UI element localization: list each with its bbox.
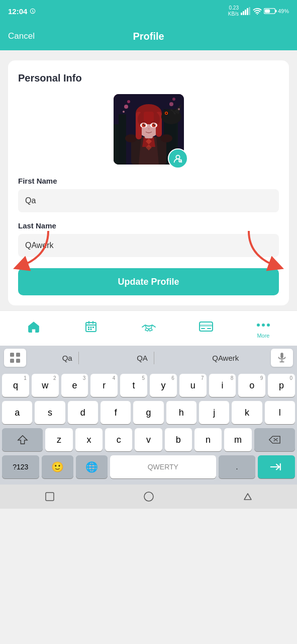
svg-rect-1 [241, 13, 242, 15]
cancel-button[interactable]: Cancel [8, 31, 35, 41]
svg-rect-61 [201, 328, 205, 329]
first-name-input[interactable] [18, 189, 279, 212]
key-s[interactable]: s [35, 401, 65, 424]
last-name-input[interactable] [18, 234, 279, 257]
recents-button[interactable] [238, 487, 258, 507]
svg-point-42 [162, 110, 174, 119]
key-n[interactable]: n [194, 428, 222, 451]
svg-rect-54 [88, 327, 89, 328]
svg-rect-68 [10, 359, 14, 363]
svg-rect-70 [280, 353, 283, 358]
key-h[interactable]: h [166, 401, 196, 424]
system-navigation [0, 485, 297, 509]
key-l[interactable]: l [265, 401, 295, 424]
suggest-word-1[interactable]: Qa [56, 352, 79, 364]
key-c[interactable]: c [105, 428, 132, 451]
keyboard-row-4: ?123 🙂 🌐 QWERTY . [2, 455, 295, 478]
key-t[interactable]: t5 [120, 374, 147, 397]
key-j[interactable]: j [199, 401, 229, 424]
key-o[interactable]: o9 [238, 374, 265, 397]
nav-calendar[interactable] [62, 320, 120, 337]
svg-rect-75 [46, 493, 54, 501]
nav-home[interactable] [5, 320, 62, 337]
app-header: Cancel Profile [0, 22, 297, 50]
key-e[interactable]: e3 [61, 374, 88, 397]
nav-more[interactable]: More [235, 318, 292, 339]
first-name-label: First Name [18, 177, 279, 185]
svg-point-50 [178, 108, 180, 110]
card-icon [199, 321, 213, 335]
num-switch-key[interactable]: ?123 [2, 455, 39, 478]
svg-rect-57 [88, 329, 89, 330]
status-bar: 12:04 0.23KB/s 49% [0, 0, 297, 22]
svg-rect-67 [16, 353, 20, 357]
key-r[interactable]: r4 [90, 374, 118, 397]
svg-point-49 [123, 111, 125, 113]
svg-point-46 [127, 100, 130, 103]
key-m[interactable]: m [224, 428, 251, 451]
key-q[interactable]: q1 [2, 374, 29, 397]
nav-card[interactable] [177, 321, 235, 336]
back-button[interactable] [40, 487, 60, 507]
svg-point-6 [257, 14, 258, 15]
more-label: More [257, 333, 269, 339]
key-f[interactable]: f [101, 401, 131, 424]
battery-icon: 49% [264, 8, 289, 15]
emoji-key[interactable]: 🙂 [42, 455, 73, 478]
svg-rect-30 [144, 112, 154, 124]
key-k[interactable]: k [232, 401, 262, 424]
svg-rect-60 [200, 325, 213, 327]
svg-point-51 [176, 155, 179, 159]
suggest-word-3[interactable]: QAwerk [206, 352, 245, 364]
section-title: Personal Info [18, 72, 279, 84]
key-a[interactable]: a [2, 401, 32, 424]
globe-key[interactable]: 🌐 [76, 455, 108, 478]
key-y[interactable]: y6 [150, 374, 177, 397]
svg-rect-58 [90, 329, 92, 330]
key-d[interactable]: d [68, 401, 98, 424]
svg-point-76 [144, 492, 153, 501]
key-p[interactable]: p0 [268, 374, 295, 397]
svg-rect-69 [16, 359, 20, 363]
suggest-words-container: Qa QA QAwerk [30, 352, 271, 364]
suggest-word-2[interactable]: QA [131, 352, 154, 364]
svg-point-63 [257, 324, 260, 327]
key-z[interactable]: z [45, 428, 72, 451]
space-key[interactable]: QWERTY [110, 455, 216, 478]
key-g[interactable]: g [133, 401, 163, 424]
svg-point-48 [172, 98, 175, 101]
svg-point-21 [125, 134, 137, 142]
bottom-navigation: More [0, 310, 297, 346]
svg-rect-4 [247, 8, 248, 15]
svg-rect-2 [243, 11, 244, 15]
key-i[interactable]: i8 [209, 374, 236, 397]
avatar-wrapper [114, 94, 184, 165]
nav-handshake[interactable] [120, 321, 177, 336]
key-b[interactable]: b [165, 428, 192, 451]
status-icons: 0.23KB/s 49% [228, 5, 289, 17]
keyboard-grid-button[interactable] [4, 349, 26, 367]
svg-point-22 [160, 134, 172, 142]
key-x[interactable]: x [75, 428, 103, 451]
avatar-section [18, 94, 279, 165]
svg-point-45 [124, 105, 128, 109]
key-v[interactable]: v [135, 428, 162, 451]
key-w[interactable]: w2 [32, 374, 59, 397]
svg-rect-62 [207, 328, 211, 329]
svg-point-38 [154, 124, 155, 125]
last-name-label: Last Name [18, 221, 279, 230]
keyboard-row-3: z x c v b n m [2, 428, 295, 451]
key-u[interactable]: u7 [179, 374, 207, 397]
calendar-icon [85, 320, 97, 336]
keyboard-row-1: q1 w2 e3 r4 t5 y6 u7 i8 o9 p0 [2, 374, 295, 397]
shift-key[interactable] [2, 428, 43, 451]
avatar-edit-button[interactable] [168, 148, 188, 169]
page-title: Profile [133, 31, 164, 42]
delete-key[interactable] [254, 428, 295, 451]
update-profile-button[interactable]: Update Profile [18, 268, 279, 295]
go-key[interactable] [258, 455, 295, 478]
home-button[interactable] [139, 487, 159, 507]
microphone-button[interactable] [271, 349, 293, 367]
svg-point-39 [148, 128, 150, 130]
period-key[interactable]: . [219, 455, 256, 478]
